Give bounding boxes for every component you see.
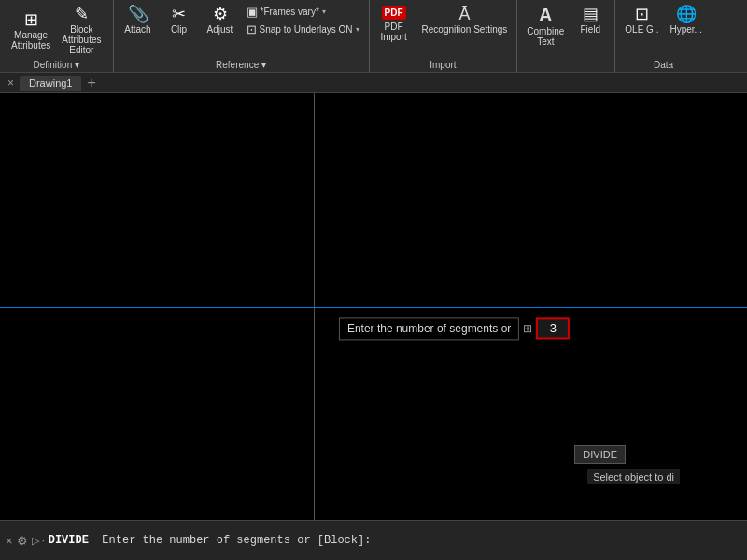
snap-to-underlays-button[interactable]: ⊡ Snap to Underlays ON ▾ [243,21,363,37]
tab-close-button[interactable]: × [4,77,18,90]
ole-object-button[interactable]: ⊡ OLE G.. [621,4,662,36]
status-command-text: DIVIDE Enter the number of segments or [… [49,534,372,547]
clip-icon: ✂ [172,6,186,22]
segment-input[interactable] [536,318,570,340]
drawing-tab[interactable]: Drawing1 [20,76,81,91]
clip-button[interactable]: ✂ Clip [161,4,198,36]
block-editor-icon: ✎ [75,6,89,22]
ole-icon: ⊡ [635,6,649,22]
ribbon: ⊞ ManageAttributes ✎ BlockAttributesEdit… [0,0,747,73]
frames-vary-button[interactable]: ▣ *Frames vary* ▾ [243,4,363,20]
combine-text-icon: A [539,6,552,24]
frames-dropdown-arrow: ▾ [322,7,326,16]
divide-tooltip: DIVIDE [574,445,626,464]
prompt-text: Enter the number of segments or [339,317,519,340]
tab-add-button[interactable]: + [83,75,99,91]
attach-icon: 📎 [128,6,148,22]
ribbon-group-import: PDF PDFImport Ā Recognition Settings Imp… [370,0,518,72]
hyperlink-button[interactable]: 🌐 Hyper... [666,4,705,36]
recognition-icon: Ā [458,6,470,22]
status-close-button[interactable]: × [6,534,13,548]
pdf-icon: PDF [382,6,406,20]
ribbon-group-data: ⊡ OLE G.. 🌐 Hyper... Data [615,0,712,72]
combine-text-button[interactable]: A CombineText [523,4,568,49]
adjust-icon: ⚙ [213,6,228,22]
block-editor-button[interactable]: ✎ BlockAttributesEditor [58,4,105,57]
snap-dropdown-arrow: ▾ [356,25,359,34]
reference-group-label: Reference ▾ [216,60,266,72]
manage-attributes-button[interactable]: ⊞ ManageAttributes [7,9,54,52]
hyperlink-icon: 🌐 [676,6,697,22]
tab-bar: × Drawing1 + [0,73,747,93]
definition-group-label: Definition ▾ [34,60,79,72]
status-settings-icon: ⚙ [17,534,28,548]
input-prompt: Enter the number of segments or ⊞ [339,317,570,340]
recognition-settings-button[interactable]: Ā Recognition Settings [418,4,512,36]
reference-small-buttons: ▣ *Frames vary* ▾ ⊡ Snap to Underlays ON… [243,4,363,37]
snap-icon: ⊡ [247,22,257,36]
status-arrow-icon: ▷ · [32,535,45,547]
import-buttons: PDF PDFImport Ā Recognition Settings [375,4,512,44]
pdf-import-button[interactable]: PDF PDFImport [375,4,413,44]
reference-top-row: 📎 Attach ✂ Clip ⚙ Adjust ▣ *Frames vary*… [120,4,363,37]
horizontal-line [0,307,747,308]
divide-sub-tooltip: Select object to di [587,469,680,484]
frames-icon: ▣ [247,5,258,19]
adjust-button[interactable]: ⚙ Adjust [202,4,239,36]
attach-button[interactable]: 📎 Attach [120,4,157,36]
status-bar: × ⚙ ▷ · DIVIDE Enter the number of segme… [0,520,747,560]
field-icon: ▤ [583,6,599,22]
data-group-label: Data [654,60,673,72]
field-button[interactable]: ▤ Field [571,4,609,36]
ribbon-group-combine: A CombineText ▤ Field [517,0,615,72]
prompt-icon: ⊞ [523,322,532,335]
ribbon-group-definition: ⊞ ManageAttributes ✎ BlockAttributesEdit… [0,0,114,72]
definition-buttons: ⊞ ManageAttributes ✎ BlockAttributesEdit… [7,4,106,57]
canvas-area: Enter the number of segments or ⊞ DIVIDE… [0,93,747,520]
manage-attributes-icon: ⊞ [24,11,38,28]
combine-buttons: A CombineText ▤ Field [523,4,609,49]
import-group-label: Import [430,60,456,72]
ribbon-group-reference: 📎 Attach ✂ Clip ⚙ Adjust ▣ *Frames vary*… [114,0,370,72]
data-buttons: ⊡ OLE G.. 🌐 Hyper... [621,4,706,36]
